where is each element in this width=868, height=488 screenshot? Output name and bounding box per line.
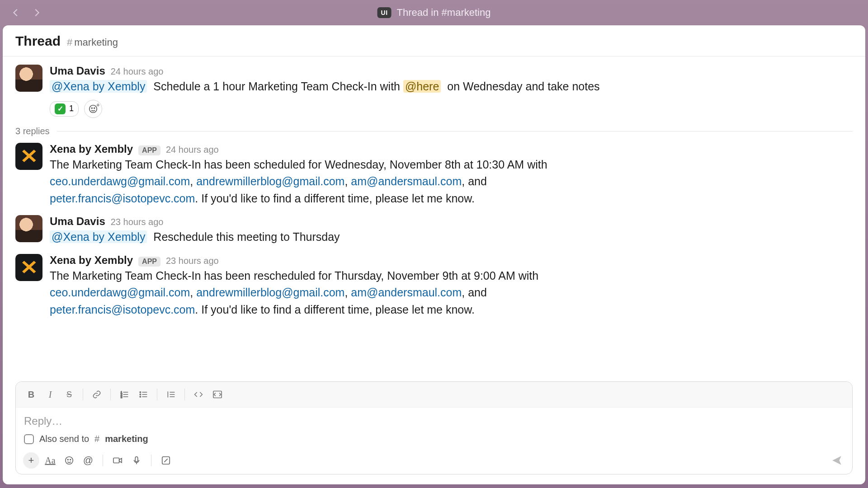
also-send-channel: marketing: [105, 434, 148, 444]
here-mention[interactable]: @here: [403, 80, 441, 93]
author-name[interactable]: Uma Davis: [50, 215, 105, 228]
message-body: @Xena by Xembly Schedule a 1 hour Market…: [50, 77, 615, 95]
reply-message: ✕ Xena by Xembly APP 24 hours ago The Ma…: [15, 139, 853, 212]
emoji-button[interactable]: [61, 452, 77, 469]
app-badge: APP: [138, 145, 160, 155]
thread-scroll[interactable]: Uma Davis 24 hours ago @Xena by Xembly S…: [3, 56, 865, 379]
titlebar: UI Thread in #marketing: [0, 0, 868, 25]
also-send-label: Also send to: [39, 434, 89, 444]
panel-header: Thread # marketing: [3, 25, 865, 56]
hash-icon: #: [67, 37, 72, 48]
svg-point-0: [90, 105, 97, 113]
user-mention[interactable]: @Xena by Xembly: [50, 80, 147, 93]
app-badge: APP: [138, 257, 160, 267]
mention-button[interactable]: @: [80, 452, 96, 469]
email-link[interactable]: andrewmillerblog@gmail.com: [196, 175, 344, 188]
format-toolbar: B I S 123: [16, 382, 852, 408]
reply-input[interactable]: Reply…: [16, 408, 852, 432]
svg-text:3: 3: [121, 395, 123, 399]
reply-message: ✕ Xena by Xembly APP 23 hours ago The Ma…: [15, 250, 853, 323]
root-message: Uma Davis 24 hours ago @Xena by Xembly S…: [15, 61, 853, 122]
video-button[interactable]: [109, 452, 126, 469]
timestamp[interactable]: 24 hours ago: [111, 66, 164, 77]
user-mention[interactable]: @Xena by Xembly: [50, 230, 147, 243]
message-text: . If you'd like to find a different time…: [195, 303, 475, 316]
bold-button[interactable]: B: [22, 386, 40, 403]
svg-point-13: [140, 396, 141, 398]
email-link[interactable]: peter.francis@isotopevc.com: [50, 192, 195, 205]
checkmark-icon: ✓: [55, 103, 66, 114]
message-text: Reschedule this meeting to Thursday: [153, 230, 340, 243]
window-title: Thread in #marketing: [397, 7, 491, 19]
reactions-row: ✓ 1 +: [50, 100, 853, 118]
svg-point-2: [94, 108, 95, 108]
avatar[interactable]: ✕: [15, 143, 42, 170]
format-toggle-button[interactable]: Aa: [42, 452, 58, 469]
message-text: The Marketing Team Check-In has been res…: [50, 269, 538, 282]
message-text: . If you'd like to find a different time…: [195, 192, 475, 205]
svg-rect-24: [135, 457, 138, 462]
xena-logo-icon: ✕: [20, 145, 38, 168]
email-link[interactable]: am@andersmaul.com: [351, 175, 462, 188]
reaction-count: 1: [69, 104, 74, 113]
shortcuts-button[interactable]: [158, 452, 174, 469]
also-send-row: Also send to #marketing: [16, 432, 852, 449]
hash-icon: #: [94, 434, 99, 444]
also-send-checkbox[interactable]: [24, 434, 34, 444]
channel-name: marketing: [74, 37, 118, 48]
svg-point-11: [140, 394, 141, 395]
add-reaction-button[interactable]: +: [84, 100, 102, 118]
message-text: The Marketing Team Check-In has been sch…: [50, 158, 547, 171]
composer-toolbar: + Aa @: [16, 449, 852, 474]
send-button[interactable]: [829, 452, 845, 469]
svg-point-22: [70, 459, 71, 460]
svg-rect-23: [113, 458, 119, 463]
email-link[interactable]: ceo.underdawg@gmail.com: [50, 286, 190, 299]
reply-separator: 3 replies: [15, 126, 853, 136]
timestamp[interactable]: 23 hours ago: [111, 217, 164, 227]
ui-badge: UI: [377, 7, 392, 18]
reply-count: 3 replies: [15, 126, 50, 136]
email-link[interactable]: peter.francis@isotopevc.com: [50, 303, 195, 316]
author-name[interactable]: Xena by Xembly: [50, 143, 133, 155]
author-name[interactable]: Uma Davis: [50, 65, 105, 77]
svg-line-27: [164, 459, 167, 462]
avatar[interactable]: [15, 65, 42, 92]
avatar[interactable]: ✕: [15, 254, 42, 281]
thread-panel: Thread # marketing Uma Davis 24 hours ag…: [3, 25, 865, 484]
link-button[interactable]: [88, 386, 106, 403]
bullet-list-button[interactable]: [134, 386, 152, 403]
audio-button[interactable]: [128, 452, 145, 469]
plus-icon: +: [96, 101, 100, 108]
reply-message: Uma Davis 23 hours ago @Xena by Xembly R…: [15, 211, 853, 250]
page-title: Thread: [15, 33, 61, 49]
author-name[interactable]: Xena by Xembly: [50, 254, 133, 267]
nav-back-button[interactable]: [11, 8, 21, 18]
avatar[interactable]: [15, 215, 42, 242]
email-link[interactable]: ceo.underdawg@gmail.com: [50, 175, 190, 188]
message-text: on Wednesday and take notes: [447, 80, 599, 93]
email-link[interactable]: andrewmillerblog@gmail.com: [196, 286, 344, 299]
ordered-list-button[interactable]: 123: [115, 386, 133, 403]
reaction-checkmark[interactable]: ✓ 1: [50, 101, 79, 117]
blockquote-button[interactable]: [162, 386, 180, 403]
composer: B I S 123 Repl: [15, 381, 853, 474]
codeblock-button[interactable]: [208, 386, 226, 403]
timestamp[interactable]: 24 hours ago: [166, 145, 219, 155]
svg-point-21: [67, 459, 68, 460]
nav-forward-button[interactable]: [32, 8, 42, 18]
svg-point-20: [66, 457, 73, 465]
message-body: The Marketing Team Check-In has been res…: [50, 267, 615, 319]
code-button[interactable]: [189, 386, 208, 403]
italic-button[interactable]: I: [41, 386, 59, 403]
message-text: Schedule a 1 hour Marketing Team Check-I…: [153, 80, 400, 93]
strikethrough-button[interactable]: S: [60, 386, 78, 403]
attach-button[interactable]: +: [23, 452, 39, 469]
timestamp[interactable]: 23 hours ago: [166, 256, 219, 266]
channel-chip[interactable]: # marketing: [67, 37, 118, 48]
svg-point-9: [140, 392, 141, 393]
message-body: @Xena by Xembly Reschedule this meeting …: [50, 228, 615, 246]
email-link[interactable]: am@andersmaul.com: [351, 286, 462, 299]
message-body: The Marketing Team Check-In has been sch…: [50, 155, 615, 207]
svg-point-1: [91, 108, 92, 108]
